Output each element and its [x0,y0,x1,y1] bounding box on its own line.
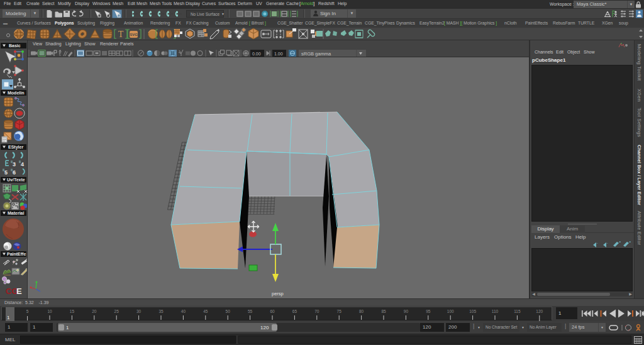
svg-text:1.00: 1.00 [274,52,283,56]
svg-text:Uv/Texte: Uv/Texte [7,178,25,182]
svg-text:50: 50 [226,309,231,314]
svg-text:1: 1 [7,315,10,320]
svg-text:70: 70 [314,309,319,314]
svg-text:60: 60 [270,309,275,314]
svg-text:85: 85 [381,309,386,314]
svg-text:SVG: SVG [130,33,138,37]
svg-text:3: 3 [13,161,16,167]
svg-text:35: 35 [158,309,164,314]
svg-text:10: 10 [47,309,52,314]
svg-text:55: 55 [248,309,253,314]
svg-text:Basic: Basic [9,43,21,48]
svg-text:110: 110 [492,309,499,314]
svg-text:EStyler: EStyler [8,145,23,150]
svg-text:persp: persp [272,291,284,297]
svg-text:15: 15 [70,309,75,314]
svg-text:sRGB gamma: sRGB gamma [301,51,331,57]
svg-text:40: 40 [181,309,186,314]
svg-text:30: 30 [136,309,142,314]
svg-text:E: E [16,286,22,296]
svg-text:0.00: 0.00 [252,52,261,56]
svg-text:80: 80 [359,309,364,314]
svg-text:Modelin: Modelin [8,91,24,95]
svg-text:120: 120 [536,309,543,314]
svg-text:100: 100 [447,309,454,314]
svg-text:115: 115 [514,309,521,314]
svg-text:T: T [118,30,124,39]
svg-text:105: 105 [469,309,476,314]
svg-text:20: 20 [92,309,97,314]
svg-text:25: 25 [114,309,119,314]
svg-text:5: 5 [26,309,29,314]
svg-text:65: 65 [292,309,297,314]
svg-text:90: 90 [404,309,409,314]
svg-text:75: 75 [337,309,342,314]
svg-text:Material: Material [8,211,25,215]
svg-text:6: 6 [13,169,16,176]
svg-text:45: 45 [203,309,208,314]
svg-text:95: 95 [426,309,431,314]
svg-text:4: 4 [21,161,24,167]
svg-text:5: 5 [4,169,8,176]
svg-text:PaintEffe: PaintEffe [7,252,26,256]
